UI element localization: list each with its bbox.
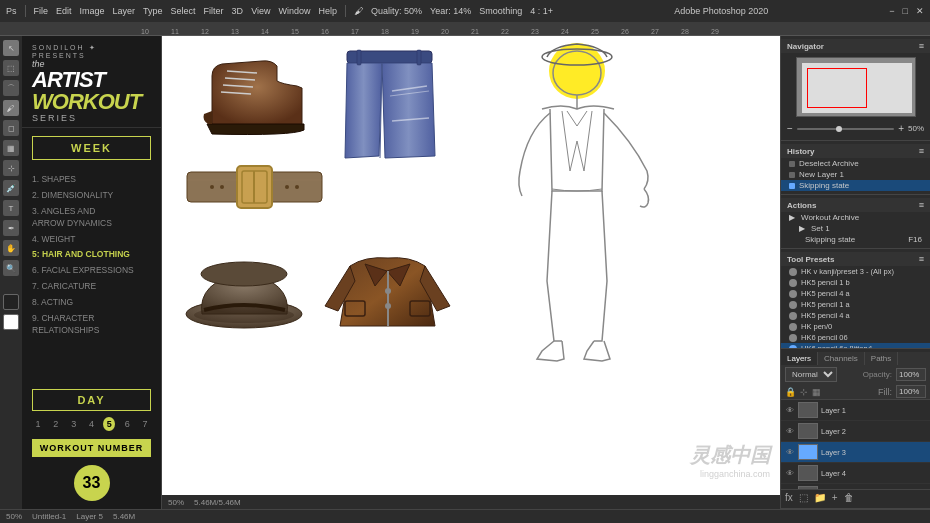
zoom-slider[interactable] [797,128,894,130]
zoom-plus[interactable]: + [898,123,904,134]
actions-header[interactable]: Actions ≡ [781,198,930,212]
status-size: 5.46M [113,512,135,521]
history-header[interactable]: History ≡ [781,144,930,158]
eraser-tool[interactable]: ◻ [3,120,19,136]
history-item-archive[interactable]: Deselect Archive [781,158,930,169]
tab-layers[interactable]: Layers [781,352,818,365]
week-button[interactable]: WEEK [32,136,151,160]
eyedropper-tool[interactable]: 💉 [3,180,19,196]
layer-eye-icon[interactable]: 👁 [785,447,795,457]
menu-3d[interactable]: 3D [232,6,244,16]
svg-rect-10 [417,50,421,65]
selection-tool[interactable]: ⬚ [3,60,19,76]
menu-item-7[interactable]: 7. CARICATURE [32,279,151,295]
menu-edit[interactable]: Edit [56,6,72,16]
day-6[interactable]: 6 [121,417,133,431]
crop-tool[interactable]: ⊹ [3,160,19,176]
menu-item-5[interactable]: 5: HAIR AND CLOTHING [32,247,151,263]
add-mask-button[interactable]: ⬚ [799,492,808,503]
window-maximize[interactable]: □ [903,6,908,16]
layer-item[interactable]: 👁 Layer 1 [781,400,930,421]
menu-item-6[interactable]: 6. FACIAL EXPRESSIONS [32,263,151,279]
day-2[interactable]: 2 [50,417,62,431]
add-style-button[interactable]: fx [785,492,793,503]
preset-item[interactable]: HK5 pencil 1 a [781,299,930,310]
window-close[interactable]: ✕ [916,6,924,16]
menu-type[interactable]: Type [143,6,163,16]
svg-point-22 [201,262,287,286]
canvas-area[interactable]: 灵感中国 lingganchina.com 50% 5.46M/5.46M [162,36,780,509]
action-item-archive[interactable]: ▶ Workout Archive [781,212,930,223]
action-item-set1[interactable]: ▶ Set 1 [781,223,930,234]
menu-window[interactable]: Window [278,6,310,16]
preset-item[interactable]: HK6 pencil 06 [781,332,930,343]
background-color[interactable] [3,314,19,330]
menu-filter[interactable]: Filter [204,6,224,16]
preset-item[interactable]: HK5 pencil 4 a [781,288,930,299]
layer-item-active[interactable]: 👁 Layer 3 [781,442,930,463]
day-button[interactable]: DAY [32,389,151,411]
history-dot [789,183,795,189]
hand-tool[interactable]: ✋ [3,240,19,256]
menu-item-3[interactable]: 3. ANGLES ANDARROW DYNAMICS [32,204,151,232]
new-group-button[interactable]: 📁 [814,492,826,503]
workout-number-button[interactable]: WORKOUT NUMBER [32,439,151,457]
delete-layer-button[interactable]: 🗑 [844,492,854,503]
brand-series: SERIES [32,113,151,123]
menu-file[interactable]: File [34,6,49,16]
menu-view[interactable]: View [251,6,270,16]
tool-presets-header[interactable]: Tool Presets ≡ [781,252,930,266]
lasso-tool[interactable]: ⌒ [3,80,19,96]
tab-paths[interactable]: Paths [865,352,898,365]
day-7[interactable]: 7 [139,417,151,431]
blend-mode-select[interactable]: Normal [785,367,837,382]
layer-eye-icon[interactable]: 👁 [785,468,795,478]
actions-menu-icon[interactable]: ≡ [919,200,924,210]
action-text: Workout Archive [801,213,859,222]
preset-item[interactable]: HK5 pencil 1 b [781,277,930,288]
layer-thumbnail [798,402,818,418]
layer-item[interactable]: 👁 Layer 2 [781,421,930,442]
tool-presets-menu-icon[interactable]: ≡ [919,254,924,264]
brush-tool[interactable]: 🖌 [3,100,19,116]
menu-layer[interactable]: Layer [113,6,136,16]
preset-item[interactable]: HK pen/0 [781,321,930,332]
menu-help[interactable]: Help [319,6,338,16]
menu-item-4[interactable]: 4. WEIGHT [32,232,151,248]
menu-item-1[interactable]: 1. SHAPES [32,172,151,188]
history-item-current[interactable]: Skipping state [781,180,930,191]
zoom-minus[interactable]: − [787,123,793,134]
foreground-color[interactable] [3,294,19,310]
menu-item-9[interactable]: 9. CHARACTERRELATIONSHIPS [32,311,151,339]
text-tool[interactable]: T [3,200,19,216]
menu-item-8[interactable]: 8. ACTING [32,295,151,311]
day-3[interactable]: 3 [68,417,80,431]
new-layer-button[interactable]: + [832,492,838,503]
action-item-skip[interactable]: Skipping state F16 [781,234,930,245]
fill-input[interactable] [896,385,926,398]
day-1[interactable]: 1 [32,417,44,431]
opacity-input[interactable] [896,368,926,381]
navigator-menu-icon[interactable]: ≡ [919,41,924,51]
preset-item[interactable]: HK5 pencil 4 a [781,310,930,321]
layer-item[interactable]: 👁 Layer 4 [781,463,930,484]
menu-select[interactable]: Select [171,6,196,16]
window-minimize[interactable]: − [889,6,894,16]
zoom-tool[interactable]: 🔍 [3,260,19,276]
history-menu-icon[interactable]: ≡ [919,146,924,156]
day-4[interactable]: 4 [86,417,98,431]
preset-item[interactable]: HK v kanji/preset 3 - (All px) [781,266,930,277]
menu-item-2[interactable]: 2. DIMENSIONALITY [32,188,151,204]
layer-eye-icon[interactable]: 👁 [785,405,795,415]
gradient-tool[interactable]: ▦ [3,140,19,156]
preset-text: HK6 pencil 06 [801,333,922,342]
menu-image[interactable]: Image [80,6,105,16]
day-5[interactable]: 5 [103,417,115,431]
tab-channels[interactable]: Channels [818,352,865,365]
pen-tool[interactable]: ✒ [3,220,19,236]
navigator-header[interactable]: Navigator ≡ [781,39,930,53]
history-item-layer[interactable]: New Layer 1 [781,169,930,180]
layer-eye-icon[interactable]: 👁 [785,426,795,436]
navigator-thumbnail[interactable] [796,57,916,117]
move-tool[interactable]: ↖ [3,40,19,56]
